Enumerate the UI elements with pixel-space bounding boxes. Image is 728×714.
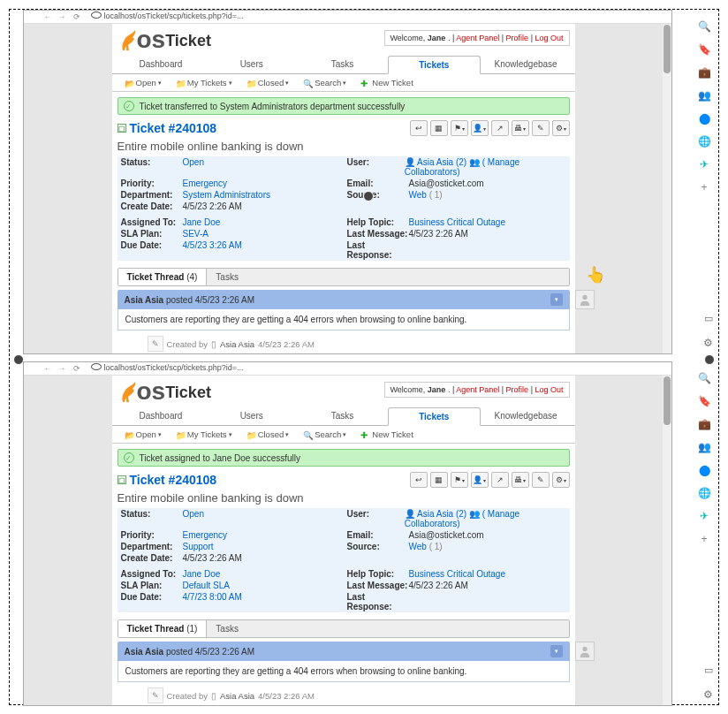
people-icon[interactable]: 👥: [698, 441, 710, 453]
magnify-icon[interactable]: 🔍: [698, 372, 710, 384]
post-menu-button[interactable]: ▾: [550, 645, 563, 657]
plus-icon[interactable]: +: [698, 533, 710, 545]
tag-icon[interactable]: 🔖: [698, 395, 710, 407]
send-icon[interactable]: ✈: [698, 510, 710, 522]
subtab-new[interactable]: ✚New Ticket: [353, 428, 420, 441]
browser-bottom: ← → ⟳ localhost/osTicket/scp/tickets.php…: [23, 361, 672, 706]
gear-icon[interactable]: ⚙: [703, 337, 713, 349]
note-button[interactable]: ▦: [430, 120, 448, 136]
globe-icon[interactable]: 🌐: [698, 135, 710, 148]
note-button[interactable]: ▦: [430, 472, 448, 488]
thread-tabs: Ticket Thread (4) Tasks: [118, 268, 570, 286]
user-button[interactable]: 👤▾: [471, 120, 489, 136]
subtab-open[interactable]: 📂Open▾: [118, 76, 169, 89]
ticket-number: ▢Ticket #240108: [118, 473, 217, 487]
subtab-my[interactable]: 📁My Tickets▾: [169, 428, 239, 441]
briefcase-icon[interactable]: 💼: [698, 66, 710, 79]
briefcase-icon[interactable]: 💼: [698, 418, 710, 430]
forward-icon[interactable]: →: [57, 12, 66, 21]
more-button[interactable]: ⚙▾: [552, 120, 570, 136]
status-button[interactable]: ⚑▾: [451, 472, 468, 488]
ticket-subject: Entire mobile online banking is down: [112, 140, 575, 156]
profile-link[interactable]: Profile: [506, 385, 529, 394]
tab-tasks[interactable]: Tasks: [297, 407, 388, 425]
scrollbar[interactable]: [663, 376, 671, 705]
reply-button[interactable]: ↩: [410, 472, 428, 488]
people-icon[interactable]: 👥: [698, 89, 710, 102]
panel-icon[interactable]: ▭: [704, 665, 713, 676]
transfer-button[interactable]: ↗: [491, 472, 509, 488]
subtab-search[interactable]: 🔍Search▾: [296, 428, 353, 441]
gear-icon[interactable]: ⚙: [703, 688, 713, 701]
reload-icon[interactable]: ⟳: [72, 12, 81, 21]
main-tabs: Dashboard Users Tasks Tickets Knowledgeb…: [112, 56, 575, 74]
logout-link[interactable]: Log Out: [535, 34, 563, 42]
back-icon[interactable]: ←: [43, 12, 52, 21]
thread-tabs: Ticket Thread (1) Tasks: [118, 619, 570, 638]
folder-closed-icon: 📁: [246, 79, 255, 87]
edit-button[interactable]: ✎: [532, 472, 550, 488]
ticket-number: ▢Ticket #240108: [118, 121, 217, 135]
subtab-closed[interactable]: 📁Closed▾: [239, 428, 297, 441]
panel-icon[interactable]: ▭: [704, 313, 713, 324]
logout-link[interactable]: Log Out: [535, 385, 563, 394]
annotation-rail: 🔍 🔖 💼 👥 ⬤ 🌐 ✈ +: [692, 372, 717, 545]
user-button[interactable]: 👤▾: [471, 472, 489, 488]
thread-post: Asia Asia posted 4/5/23 2:26 AM▾ Custome…: [118, 642, 570, 682]
send-icon[interactable]: ✈: [698, 158, 710, 171]
agent-panel-link[interactable]: Agent Panel: [456, 34, 499, 42]
subtab-my[interactable]: 📁My Tickets▾: [169, 76, 239, 89]
subtab-new[interactable]: ✚New Ticket: [353, 76, 420, 89]
annotation-marker[interactable]: [363, 191, 374, 201]
tab-dashboard[interactable]: Dashboard: [116, 407, 207, 425]
new-icon: ✚: [360, 79, 369, 87]
tab-tickets[interactable]: Tickets: [388, 56, 481, 74]
person-icon: 👤: [405, 509, 415, 519]
url-bar[interactable]: localhost/osTicket/scp/tickets.php?id=..…: [24, 11, 671, 24]
post-menu-button[interactable]: ▾: [550, 293, 563, 306]
tab-users[interactable]: Users: [206, 407, 297, 425]
status-open-icon: ▢: [118, 124, 126, 133]
print-button[interactable]: 🖶▾: [512, 120, 529, 136]
forward-icon[interactable]: →: [57, 364, 66, 373]
tab-thread[interactable]: Ticket Thread (1): [118, 620, 208, 637]
globe-icon[interactable]: 🌐: [698, 487, 710, 499]
edit-icon[interactable]: ✎: [148, 687, 163, 703]
tab-tasks[interactable]: Tasks: [297, 56, 388, 73]
tab-users[interactable]: Users: [206, 56, 297, 73]
logo-text: os: [137, 379, 166, 404]
tab-thread[interactable]: Ticket Thread (4): [118, 269, 208, 285]
scrollbar[interactable]: [663, 24, 671, 353]
profile-link[interactable]: Profile: [506, 34, 529, 42]
folder-closed-icon: 📁: [246, 430, 255, 439]
status-button[interactable]: ⚑▾: [451, 120, 468, 136]
agent-panel-link[interactable]: Agent Panel: [456, 385, 499, 394]
tab-kb[interactable]: Knowledgebase: [481, 56, 572, 73]
reply-button[interactable]: ↩: [410, 120, 428, 136]
kangaroo-icon: [118, 27, 139, 52]
subtab-search[interactable]: 🔍Search▾: [296, 76, 353, 89]
tab-tasks-sub[interactable]: Tasks: [207, 620, 247, 637]
status-open-icon: ▢: [118, 475, 126, 484]
edit-button[interactable]: ✎: [532, 120, 550, 136]
plus-icon[interactable]: +: [698, 181, 710, 194]
tab-kb[interactable]: Knowledgebase: [481, 407, 572, 425]
logo[interactable]: osTicket: [118, 379, 211, 404]
edit-icon[interactable]: ✎: [148, 336, 163, 352]
tab-tickets[interactable]: Tickets: [388, 407, 481, 426]
tab-dashboard[interactable]: Dashboard: [116, 56, 207, 73]
back-icon[interactable]: ←: [43, 364, 52, 373]
url-bar[interactable]: localhost/osTicket/scp/tickets.php?id=..…: [24, 362, 671, 376]
reload-icon[interactable]: ⟳: [72, 364, 81, 373]
print-button[interactable]: 🖶▾: [512, 472, 529, 488]
subtab-closed[interactable]: 📁Closed▾: [239, 76, 297, 89]
logo[interactable]: osTicket: [118, 27, 211, 52]
transfer-button[interactable]: ↗: [491, 120, 509, 136]
tag-icon[interactable]: 🔖: [698, 43, 710, 56]
tab-tasks-sub[interactable]: Tasks: [207, 269, 247, 285]
more-button[interactable]: ⚙▾: [552, 472, 570, 488]
subtab-open[interactable]: 📂Open▾: [118, 428, 169, 441]
magnify-icon[interactable]: 🔍: [698, 20, 710, 33]
circle-icon[interactable]: ⬤: [698, 464, 710, 476]
circle-icon[interactable]: ⬤: [698, 112, 710, 125]
